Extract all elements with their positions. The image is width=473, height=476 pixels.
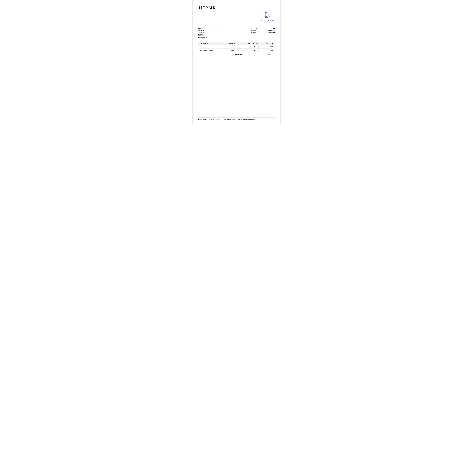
line-items-table: DESCRIPTION QUANTITY UNIT PRICE (£) AMOU…: [198, 42, 275, 52]
footer-email-label: Email:: [237, 119, 240, 120]
cleaning-person-icon: [261, 11, 272, 19]
th-description: DESCRIPTION: [199, 42, 225, 45]
table-header-row: DESCRIPTION QUANTITY UNIT PRICE (£) AMOU…: [199, 42, 275, 45]
th-amount: AMOUNT (£): [258, 42, 274, 45]
th-unit-price: UNIT PRICE (£): [240, 42, 258, 45]
total-label: TOTAL (GBP):: [235, 53, 243, 55]
svg-rect-1: [266, 13, 266, 16]
cell-amount: 600.00: [258, 45, 274, 49]
company-name: Pure cleaning: [198, 24, 206, 26]
svg-rect-5: [267, 17, 268, 18]
company-logo: PURE CLEANING: [258, 11, 275, 21]
document-title: ESTIMATE: [198, 6, 275, 9]
estimate-page: ESTIMATE PURE CLEANING Pure cleaning,: [193, 0, 280, 124]
cell-unit-price: 190.00: [240, 49, 258, 52]
client-street: 11 Beech Dr: [198, 32, 207, 33]
valid-until-label: Valid until: [251, 32, 256, 33]
info-row: FOR Your client 11 Beech Dr Ellington NE…: [198, 28, 275, 38]
estimate-no-value: 003: [266, 28, 275, 30]
cell-quantity: 3 pcs: [225, 49, 240, 52]
total-value: £1,170.00: [268, 53, 273, 55]
svg-rect-7: [268, 16, 268, 17]
page-footer: Pure cleaning, 36 Terrick Rd, Ellington …: [198, 118, 275, 120]
cell-description: Exterior window cleaning: [199, 49, 225, 52]
total-box: TOTAL (GBP): £1,170.00: [234, 52, 275, 56]
client-postcode: NE61 5EU: [198, 35, 207, 37]
issue-date-label: Issue date:: [251, 30, 257, 32]
client-country: United Kingdom: [198, 37, 207, 38]
brand-name: PURE CLEANING: [258, 19, 275, 21]
table-row: Pressure washing2 hour300.00600.00: [199, 45, 275, 49]
client-block: FOR Your client 11 Beech Dr Ellington NE…: [198, 28, 207, 38]
for-label: FOR: [198, 28, 207, 30]
cell-description: Pressure washing: [199, 45, 225, 49]
footer-company-name: Pure cleaning: [198, 119, 206, 120]
estimate-meta: Estimate No.: 003 Issue date: 08/10/2023…: [251, 28, 275, 38]
footer-email-value: email@purecleaning.co.uk: [241, 119, 255, 120]
company-address-line: Pure cleaning, 36 Terrick Rd, Ellington …: [198, 24, 275, 26]
company-address: 36 Terrick Rd, Ellington PE18 2NT, Unite…: [207, 24, 235, 26]
th-quantity: QUANTITY: [225, 42, 240, 45]
cell-amount: 570.00: [258, 49, 274, 52]
svg-rect-2: [265, 16, 266, 18]
issue-date-value: 08/10/2023: [266, 30, 275, 32]
client-name: Your client: [198, 30, 207, 32]
svg-point-0: [265, 11, 267, 13]
cell-unit-price: 300.00: [240, 45, 258, 49]
cell-quantity: 2 hour: [225, 45, 240, 49]
svg-rect-6: [267, 16, 267, 17]
estimate-no-label: Estimate No.:: [251, 28, 258, 30]
client-city: Ellington: [198, 34, 207, 35]
logo-container: PURE CLEANING: [198, 11, 275, 21]
valid-until-value: 22/10/2023: [266, 32, 275, 33]
svg-point-4: [269, 17, 271, 17]
footer-company-address: , 36 Terrick Rd, Ellington PE18 2NT, Uni…: [206, 119, 235, 120]
table-row: Exterior window cleaning3 pcs190.00570.0…: [199, 49, 275, 52]
